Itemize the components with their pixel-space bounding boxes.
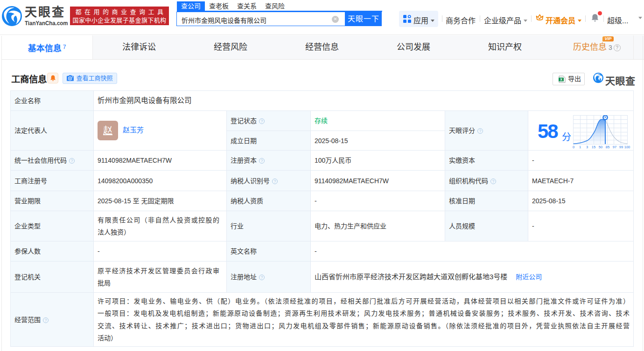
svg-text:X: X — [560, 78, 562, 81]
svg-text:85: 85 — [606, 145, 609, 149]
svg-text:0: 0 — [573, 145, 574, 149]
svg-text:50: 50 — [599, 145, 602, 149]
svg-text:97: 97 — [613, 145, 616, 149]
svg-text:99: 99 — [619, 145, 623, 149]
svg-text:15: 15 — [592, 145, 595, 149]
svg-text:3: 3 — [586, 145, 588, 149]
svg-text:1: 1 — [579, 145, 581, 149]
svg-text:100: 100 — [624, 145, 630, 149]
